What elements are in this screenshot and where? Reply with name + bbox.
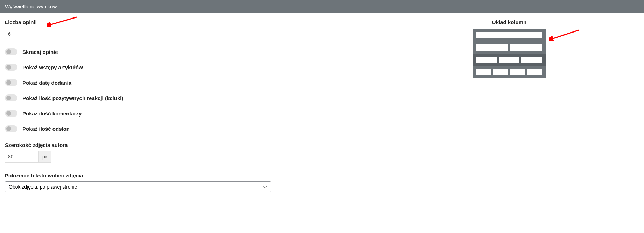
layout-option-4col[interactable] <box>473 66 546 78</box>
layout-cell <box>510 69 525 75</box>
author-img-width-label: Szerokość zdjęcia autora <box>5 142 278 148</box>
layout-cell <box>527 69 542 75</box>
show-views-toggle[interactable] <box>5 125 18 132</box>
toggle-row-show-views: Pokaż ilość odsłon <box>5 125 278 132</box>
show-intros-label: Pokaż wstępy artykułów <box>22 64 83 70</box>
right-column: Układ kolumn <box>278 19 639 192</box>
show-date-label: Pokaż datę dodania <box>22 80 71 86</box>
layout-option-3col[interactable] <box>473 54 546 66</box>
show-date-toggle[interactable] <box>5 79 18 86</box>
toggle-row-show-reactions: Pokaż ilość pozytywnych reakcji (kciuki) <box>5 94 278 101</box>
layout-cell <box>499 57 520 63</box>
opinion-count-label: Liczba opinii <box>5 19 278 25</box>
layout-cell <box>476 44 508 51</box>
show-reactions-toggle[interactable] <box>5 94 18 101</box>
author-img-width-suffix: px <box>38 151 51 163</box>
show-comments-label: Pokaż ilość komentarzy <box>22 111 82 116</box>
column-layout-title: Układ kolumn <box>492 19 526 25</box>
layout-cell <box>493 69 509 75</box>
text-position-select[interactable]: Obok zdjęcia, po prawej stronie <box>5 181 271 192</box>
toggle-row-show-intros: Pokaż wstępy artykułów <box>5 64 278 71</box>
show-reactions-label: Pokaż ilość pozytywnych reakcji (kciuki) <box>22 95 123 101</box>
layout-option-2col[interactable] <box>473 42 546 54</box>
svg-line-1 <box>551 30 579 39</box>
shorten-opinions-label: Skracaj opinie <box>22 49 58 55</box>
layout-cell <box>522 57 542 63</box>
opinion-count-input[interactable] <box>5 28 42 40</box>
shorten-opinions-toggle[interactable] <box>5 48 18 55</box>
left-column: Liczba opinii Skracaj opinie Pokaż wstęp… <box>5 19 278 192</box>
toggle-row-shorten: Skracaj opinie <box>5 48 278 55</box>
show-views-label: Pokaż ilość odsłon <box>22 126 70 132</box>
text-position-label: Położenie tekstu wobec zdjęcia <box>5 172 278 178</box>
layout-cell <box>476 32 542 38</box>
annotation-arrow-right <box>549 29 581 41</box>
toggle-row-show-comments: Pokaż ilość komentarzy <box>5 110 278 117</box>
show-comments-toggle[interactable] <box>5 110 18 117</box>
layout-cell <box>476 57 497 63</box>
layout-cell <box>476 69 491 75</box>
toggle-row-show-date: Pokaż datę dodania <box>5 79 278 86</box>
layout-cell <box>510 44 542 51</box>
section-header: Wyświetlanie wyników <box>0 0 644 13</box>
section-header-title: Wyświetlanie wyników <box>5 3 57 9</box>
show-intros-toggle[interactable] <box>5 64 18 71</box>
author-img-width-input[interactable] <box>5 151 38 163</box>
column-layout-picker <box>473 29 546 78</box>
layout-option-1col[interactable] <box>473 29 546 42</box>
